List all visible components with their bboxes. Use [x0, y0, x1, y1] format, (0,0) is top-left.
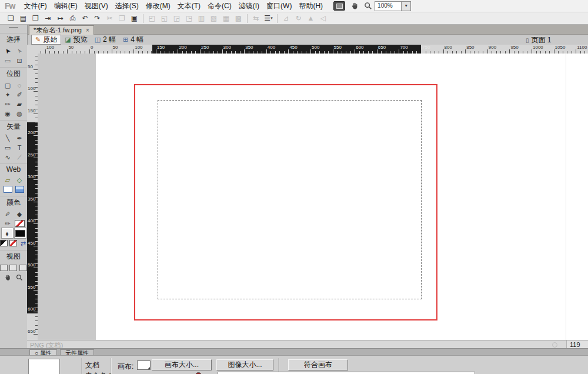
knife-tool-icon[interactable]: ⟋ [15, 152, 25, 161]
crop-tool-icon[interactable]: ⊡ [15, 56, 25, 65]
open-icon[interactable]: ❐ [31, 14, 41, 23]
ruler-tick [34, 113, 38, 114]
new-document-icon[interactable]: ❏ [6, 14, 16, 23]
menu-item-选择S[interactable]: 选择(S) [112, 0, 142, 12]
blur-tool-icon[interactable]: ◉ [3, 109, 13, 118]
lasso-tool-icon[interactable]: ◌ [15, 81, 25, 89]
main-toolbar: ❏▤❐⇥↦⎙↶↷✂❐▣◰◱◲◳▥▧▦▩⇆☰▾⊿↻▲◁ [0, 12, 588, 25]
pointer-tool-icon[interactable]: ➤ [3, 46, 13, 55]
redo-icon[interactable]: ↷ [92, 14, 102, 23]
hide-slices-button[interactable] [3, 185, 13, 193]
tool-section-label: 选择 [0, 34, 27, 46]
pen-tool-icon[interactable]: ✒ [15, 133, 25, 142]
canvas-size-button[interactable]: 画布大小... [152, 359, 212, 370]
tool-section-位图: 位图▢◌✦✐✏▰◉◍ [0, 67, 27, 120]
bring-forward-icon: ▥ [196, 14, 206, 23]
zoom-control[interactable]: 100% ▼ [375, 1, 411, 11]
ruler-tick [34, 268, 38, 268]
pencil-tool-icon[interactable]: ✏ [3, 99, 13, 108]
ruler-label: 600 [28, 306, 35, 312]
tab-original[interactable]: ✎原始 [31, 35, 61, 45]
text-tool-icon[interactable]: T [15, 143, 25, 152]
document-tab[interactable]: *未命名-1.fw.png × [29, 25, 94, 35]
send-backward-icon: ▧ [209, 14, 219, 23]
toolbar-separator [247, 14, 248, 23]
hotspot-tool-icon[interactable]: ▱ [3, 175, 13, 184]
save-icon[interactable]: ▤ [18, 14, 28, 23]
eraser-tool-icon[interactable]: ▰ [15, 99, 25, 108]
ruler-label: 650 [28, 329, 35, 334]
send-to-back-icon: ◳ [184, 14, 194, 23]
subselection-tool-icon[interactable]: ➢ [15, 46, 25, 55]
tool-section-label: 颜色 [0, 197, 27, 209]
swap-colors-button-icon[interactable]: ⇄ [19, 239, 27, 248]
menu-item-命令C[interactable]: 命令(C) [205, 0, 235, 12]
import-icon[interactable]: ⇥ [43, 14, 53, 23]
paste-icon[interactable]: ▣ [129, 14, 139, 23]
print-icon[interactable]: ⎙ [68, 14, 78, 23]
stroke-pencil-icon-icon[interactable]: ✏ [3, 219, 13, 228]
marquee-tool-icon[interactable]: ▢ [3, 81, 13, 89]
image-size-button[interactable]: 图像大小... [216, 359, 273, 370]
paint-bucket-tool-icon[interactable]: ◆ [15, 209, 25, 218]
menu-item-帮助H[interactable]: 帮助(H) [296, 0, 326, 12]
page-indicator[interactable]: ▯ 页面 1 [526, 35, 552, 45]
fill-bucket-icon-icon[interactable]: ⬧ [2, 228, 13, 238]
no-color-button[interactable] [9, 239, 17, 248]
export-area-tool-icon[interactable]: ▭ [3, 56, 13, 65]
rectangle-tool-icon[interactable]: ▭ [3, 143, 13, 152]
menu-item-视图V[interactable]: 视图(V) [82, 0, 111, 12]
screen-mode-icon[interactable] [333, 1, 345, 11]
standard-screen-button[interactable] [0, 263, 8, 272]
menu-item-文本T[interactable]: 文本(T) [175, 0, 203, 12]
zoom-tool-icon[interactable] [15, 273, 25, 282]
zoom-value: 100% [375, 2, 401, 11]
undo-icon[interactable]: ↶ [80, 14, 90, 23]
free-transform-icon: ⊿ [281, 14, 291, 23]
line-tool-icon[interactable]: ╲ [3, 133, 13, 142]
align-menu-icon[interactable]: ☰▾ [263, 14, 273, 23]
full-screen-button[interactable] [19, 263, 27, 272]
tab-2up-icon: ◫ [95, 36, 101, 43]
hand-tool-icon[interactable] [3, 273, 13, 282]
ruler-label: 350 [245, 45, 253, 50]
canvas-area[interactable] [38, 54, 588, 340]
ruler-tick [34, 223, 38, 224]
tab-preview[interactable]: ◪预览 [61, 35, 91, 44]
canvas-color-swatch[interactable] [137, 360, 151, 370]
magnifier-icon[interactable] [364, 2, 372, 10]
ruler-tick [443, 49, 444, 54]
ruler-tick [333, 49, 333, 54]
zoom-dropdown-arrow[interactable]: ▼ [401, 2, 410, 11]
brush-tool-icon[interactable]: ✐ [15, 90, 25, 99]
horizontal-ruler[interactable]: 1005005010015020025030035040045050055060… [38, 45, 588, 54]
vertical-ruler[interactable]: 50100150200250300350400450500550600650 [27, 54, 38, 340]
show-slices-button[interactable] [15, 185, 25, 193]
magic-wand-tool-icon[interactable]: ✦ [3, 90, 13, 99]
tab-2up[interactable]: ◫2 幅 [91, 35, 119, 44]
ruler-label: 400 [268, 45, 275, 50]
export-icon[interactable]: ↦ [55, 14, 65, 23]
freeform-tool-icon[interactable]: ∿ [3, 152, 13, 161]
fill-color-swatch[interactable] [15, 228, 26, 238]
ruler-corner [27, 45, 38, 54]
menu-item-编辑E[interactable]: 编辑(E) [51, 0, 81, 12]
ruler-tick [310, 49, 311, 54]
fit-canvas-button[interactable]: 符合画布 [288, 359, 348, 370]
full-screen-menus-button[interactable] [9, 263, 17, 272]
dashed-slice-rectangle[interactable] [158, 100, 422, 299]
close-icon[interactable]: × [86, 28, 89, 34]
partial-input-field[interactable] [218, 372, 475, 374]
menu-item-滤镜I[interactable]: 滤镜(I) [236, 0, 262, 12]
rubber-stamp-tool-icon[interactable]: ◍ [15, 109, 25, 118]
hand-icon[interactable] [350, 2, 359, 10]
menu-item-窗口W[interactable]: 窗口(W) [263, 0, 295, 12]
default-colors-button[interactable] [0, 239, 8, 248]
panel-gripper[interactable] [9, 27, 18, 32]
stroke-color-swatch[interactable] [15, 219, 25, 228]
tab-4up[interactable]: ⊞4 幅 [119, 35, 147, 44]
menu-item-文件F[interactable]: 文件(F) [21, 0, 49, 12]
menu-item-修改M[interactable]: 修改(M) [143, 0, 173, 12]
eyedropper-tool-icon[interactable]: ✑ [3, 209, 13, 218]
slice-tool-icon[interactable]: ◇ [15, 175, 25, 184]
